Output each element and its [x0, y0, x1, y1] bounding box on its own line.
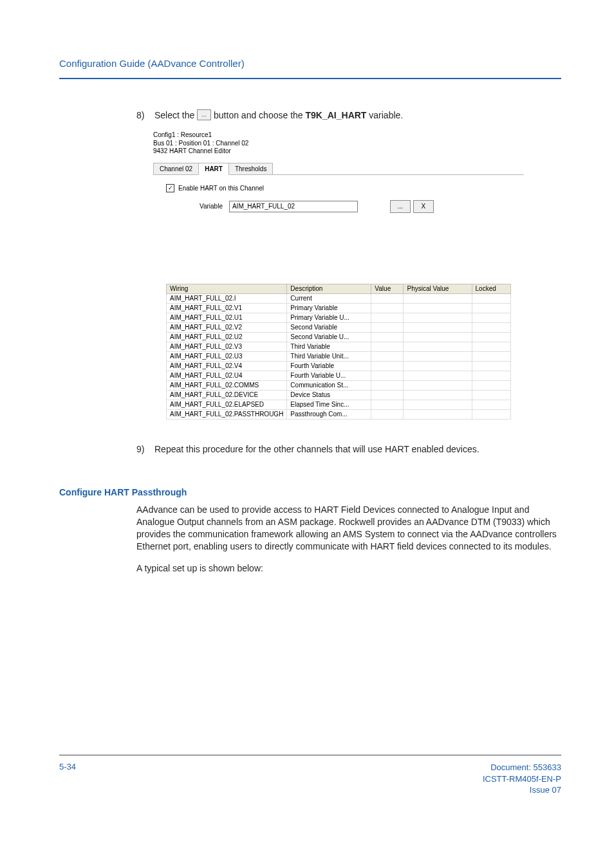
cell-empty: [472, 313, 510, 322]
table-row[interactable]: AIM_HART_FULL_02.V2Second Variable: [167, 322, 511, 332]
cell-empty: [404, 380, 472, 390]
cell-empty: [472, 293, 510, 303]
table-row[interactable]: AIM_HART_FULL_02.U1Primary Variable U...: [167, 313, 511, 322]
cell-empty: [404, 303, 472, 313]
cell-empty: [371, 390, 404, 400]
cell-empty: [371, 322, 404, 332]
cell-empty: [404, 409, 472, 419]
cell-empty: [472, 322, 510, 332]
cell-empty: [371, 303, 404, 313]
variable-input[interactable]: AIM_HART_FULL_02: [229, 201, 358, 212]
clear-button[interactable]: X: [413, 200, 434, 213]
cell-empty: [472, 351, 510, 361]
cell-empty: [371, 313, 404, 322]
cell-empty: [371, 332, 404, 342]
table-row[interactable]: AIM_HART_FULL_02.U3Third Variable Unit..…: [167, 351, 511, 361]
cell-wiring: AIM_HART_FULL_02.V1: [167, 303, 287, 313]
cell-empty: [472, 303, 510, 313]
cell-wiring: AIM_HART_FULL_02.DEVICE: [167, 390, 287, 400]
window-title-line-1: Config1 : Resource1: [153, 131, 524, 140]
cell-wiring: AIM_HART_FULL_02.U4: [167, 371, 287, 380]
cell-empty: [371, 361, 404, 371]
col-value[interactable]: Value: [371, 284, 404, 293]
tab-channel[interactable]: Channel 02: [153, 163, 199, 174]
cell-wiring: AIM_HART_FULL_02.U2: [167, 332, 287, 342]
cell-empty: [472, 332, 510, 342]
cell-wiring: AIM_HART_FULL_02.COMMS: [167, 380, 287, 390]
table-row[interactable]: AIM_HART_FULL_02.ICurrent: [167, 293, 511, 303]
step-8-var: T9K_AI_HART: [306, 110, 367, 120]
cell-wiring: AIM_HART_FULL_02.V2: [167, 322, 287, 332]
cell-description: Fourth Variable: [287, 361, 371, 371]
table-row[interactable]: AIM_HART_FULL_02.V4Fourth Variable: [167, 361, 511, 371]
cell-description: Current: [287, 293, 371, 303]
cell-description: Device Status: [287, 390, 371, 400]
cell-empty: [404, 342, 472, 351]
window-title-line-3: 9432 HART Channel Editor: [153, 147, 524, 156]
cell-wiring: AIM_HART_FULL_02.V3: [167, 342, 287, 351]
enable-hart-row: ✓ Enable HART on this Channel: [166, 184, 511, 192]
cell-description: Second Variable: [287, 322, 371, 332]
cell-empty: [404, 371, 472, 380]
table-row[interactable]: AIM_HART_FULL_02.U4Fourth Variable U...: [167, 371, 511, 380]
footer-code: ICSTT-RM405f-EN-P: [483, 773, 561, 785]
cell-empty: [371, 342, 404, 351]
cell-empty: [371, 293, 404, 303]
cell-empty: [371, 371, 404, 380]
cell-empty: [371, 400, 404, 409]
footer-rule: [59, 755, 561, 755]
tab-hart[interactable]: HART: [198, 163, 229, 175]
table-row[interactable]: AIM_HART_FULL_02.COMMSCommunication St..…: [167, 380, 511, 390]
cell-wiring: AIM_HART_FULL_02.U1: [167, 313, 287, 322]
footer-issue: Issue 07: [483, 784, 561, 796]
page-header: Configuration Guide (AADvance Controller…: [59, 58, 561, 69]
tab-thresholds[interactable]: Thresholds: [228, 163, 273, 174]
cell-empty: [472, 390, 510, 400]
cell-wiring: AIM_HART_FULL_02.I: [167, 293, 287, 303]
wiring-table: Wiring Description Value Physical Value …: [166, 284, 511, 420]
cell-description: Primary Variable U...: [287, 313, 371, 322]
col-physical[interactable]: Physical Value: [404, 284, 472, 293]
ellipsis-icon: ...: [197, 109, 211, 120]
cell-empty: [404, 313, 472, 322]
step-8-number: 8): [136, 109, 144, 122]
cell-empty: [472, 380, 510, 390]
cell-empty: [404, 400, 472, 409]
col-description[interactable]: Description: [287, 284, 371, 293]
cell-empty: [404, 332, 472, 342]
enable-hart-checkbox[interactable]: ✓: [166, 184, 174, 192]
cell-description: Second Variable U...: [287, 332, 371, 342]
cell-wiring: AIM_HART_FULL_02.U3: [167, 351, 287, 361]
cell-description: Primary Variable: [287, 303, 371, 313]
col-wiring[interactable]: Wiring: [167, 284, 287, 293]
table-row[interactable]: AIM_HART_FULL_02.ELAPSEDElapsed Time Sin…: [167, 400, 511, 409]
step-9: 9) Repeat this procedure for the other c…: [136, 443, 561, 456]
cell-description: Third Variable Unit...: [287, 351, 371, 361]
step-8-text-mid: button and choose the: [214, 110, 305, 120]
cell-description: Passthrough Com...: [287, 409, 371, 419]
cell-wiring: AIM_HART_FULL_02.ELAPSED: [167, 400, 287, 409]
table-row[interactable]: AIM_HART_FULL_02.PASSTHROUGHPassthrough …: [167, 409, 511, 419]
cell-empty: [371, 380, 404, 390]
footer-doc: Document: 553633: [483, 762, 561, 773]
cell-empty: [472, 361, 510, 371]
cell-empty: [472, 371, 510, 380]
table-row[interactable]: AIM_HART_FULL_02.V1Primary Variable: [167, 303, 511, 313]
cell-empty: [404, 293, 472, 303]
step-8-text-pre: Select the: [154, 110, 197, 120]
table-row[interactable]: AIM_HART_FULL_02.U2Second Variable U...: [167, 332, 511, 342]
browse-button[interactable]: ...: [390, 200, 411, 213]
cell-description: Third Variable: [287, 342, 371, 351]
table-row[interactable]: AIM_HART_FULL_02.DEVICEDevice Status: [167, 390, 511, 400]
cell-empty: [404, 322, 472, 332]
cell-empty: [371, 409, 404, 419]
table-row[interactable]: AIM_HART_FULL_02.V3Third Variable: [167, 342, 511, 351]
step-8-text-post: variable.: [369, 110, 403, 120]
cell-wiring: AIM_HART_FULL_02.V4: [167, 361, 287, 371]
cell-empty: [404, 351, 472, 361]
cell-empty: [472, 409, 510, 419]
col-locked[interactable]: Locked: [472, 284, 510, 293]
section-p1: AAdvance can be used to provide access t…: [136, 504, 561, 553]
cell-wiring: AIM_HART_FULL_02.PASSTHROUGH: [167, 409, 287, 419]
cell-description: Fourth Variable U...: [287, 371, 371, 380]
